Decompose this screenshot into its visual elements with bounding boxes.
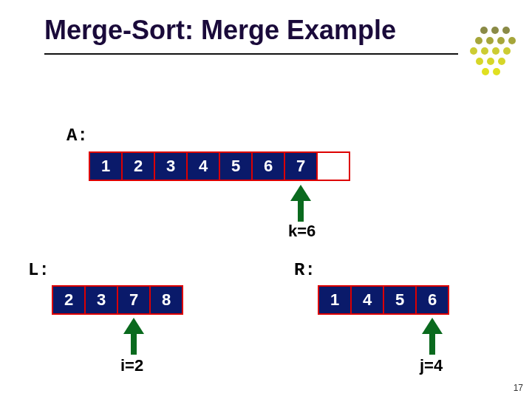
a-cell-4: 5 <box>219 151 253 181</box>
r-cell-1: 4 <box>350 285 384 315</box>
k-pointer: k=6 <box>288 222 316 241</box>
title-bar: Merge-Sort: Merge Example <box>44 15 458 55</box>
i-pointer: i=2 <box>120 356 143 375</box>
a-cell-7 <box>316 151 350 181</box>
a-cell-3: 4 <box>186 151 220 181</box>
i-arrow-icon <box>125 318 143 355</box>
k-arrow-icon <box>292 185 310 222</box>
a-cell-1: 2 <box>121 151 155 181</box>
label-r: R: <box>294 260 316 280</box>
l-cell-3: 8 <box>149 285 183 315</box>
array-l: 2 3 7 8 <box>52 285 182 315</box>
a-cell-0: 1 <box>89 151 123 181</box>
label-l: L: <box>28 260 50 280</box>
a-cell-6: 7 <box>284 151 318 181</box>
r-cell-2: 5 <box>383 285 417 315</box>
j-arrow-icon <box>423 318 441 355</box>
slide-title: Merge-Sort: Merge Example <box>44 15 396 45</box>
l-cell-0: 2 <box>52 285 86 315</box>
l-cell-1: 3 <box>84 285 118 315</box>
array-a: 1 2 3 4 5 6 7 <box>89 151 349 181</box>
a-cell-5: 6 <box>251 151 285 181</box>
r-cell-0: 1 <box>318 285 352 315</box>
l-cell-2: 7 <box>117 285 151 315</box>
a-cell-2: 3 <box>154 151 188 181</box>
array-r: 1 4 5 6 <box>318 285 448 315</box>
r-cell-3: 6 <box>415 285 449 315</box>
label-a: A: <box>66 126 88 146</box>
decorative-dots <box>451 27 517 78</box>
slide-number: 17 <box>514 383 523 393</box>
j-pointer: j=4 <box>420 356 443 375</box>
